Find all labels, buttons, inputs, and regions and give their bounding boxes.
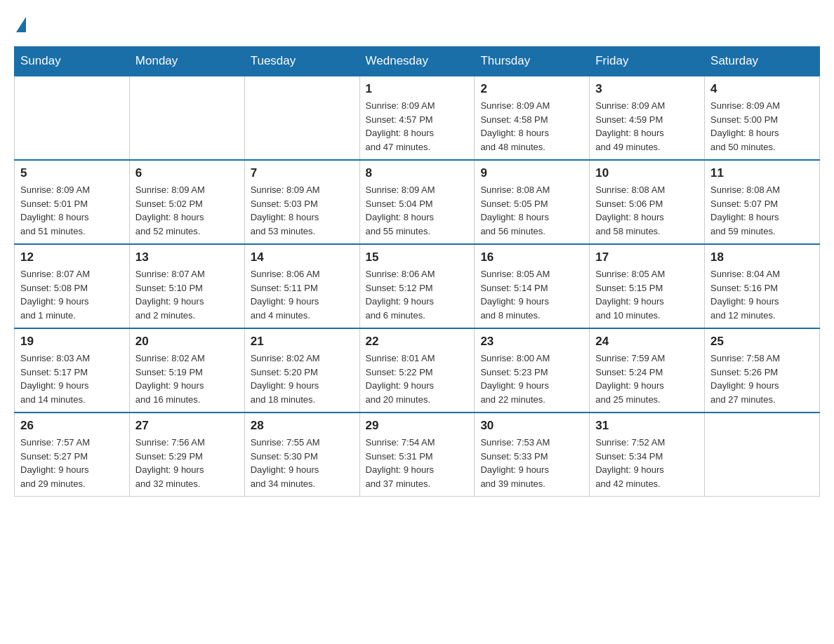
day-info: Sunrise: 8:00 AMSunset: 5:23 PMDaylight:… xyxy=(480,351,583,406)
weekday-header-row: SundayMondayTuesdayWednesdayThursdayFrid… xyxy=(15,47,820,76)
day-info: Sunrise: 7:55 AMSunset: 5:30 PMDaylight:… xyxy=(251,436,354,490)
calendar-cell: 23Sunrise: 8:00 AMSunset: 5:23 PMDayligh… xyxy=(475,328,590,412)
calendar-cell xyxy=(244,76,359,160)
day-info: Sunrise: 8:02 AMSunset: 5:19 PMDaylight:… xyxy=(135,351,239,406)
day-info: Sunrise: 8:06 AMSunset: 5:12 PMDaylight:… xyxy=(366,267,469,322)
calendar-cell: 16Sunrise: 8:05 AMSunset: 5:14 PMDayligh… xyxy=(475,244,590,328)
day-info: Sunrise: 8:09 AMSunset: 5:00 PMDaylight:… xyxy=(710,99,814,154)
day-number: 17 xyxy=(595,250,699,264)
day-number: 6 xyxy=(135,166,239,180)
week-row-3: 12Sunrise: 8:07 AMSunset: 5:08 PMDayligh… xyxy=(15,244,820,328)
day-info: Sunrise: 8:02 AMSunset: 5:20 PMDaylight:… xyxy=(251,351,354,406)
calendar-cell: 29Sunrise: 7:54 AMSunset: 5:31 PMDayligh… xyxy=(359,412,475,497)
day-number: 31 xyxy=(595,419,699,433)
day-info: Sunrise: 8:05 AMSunset: 5:15 PMDaylight:… xyxy=(595,267,699,322)
day-info: Sunrise: 8:01 AMSunset: 5:22 PMDaylight:… xyxy=(366,351,469,406)
weekday-header-wednesday: Wednesday xyxy=(359,47,475,76)
day-number: 28 xyxy=(251,419,354,433)
day-number: 27 xyxy=(135,419,239,433)
week-row-1: 1Sunrise: 8:09 AMSunset: 4:57 PMDaylight… xyxy=(15,76,820,160)
day-info: Sunrise: 8:09 AMSunset: 5:03 PMDaylight:… xyxy=(251,183,354,238)
calendar-cell xyxy=(705,412,820,497)
day-number: 30 xyxy=(480,419,583,433)
day-info: Sunrise: 7:56 AMSunset: 5:29 PMDaylight:… xyxy=(135,436,239,490)
weekday-header-saturday: Saturday xyxy=(705,47,820,76)
day-info: Sunrise: 7:58 AMSunset: 5:26 PMDaylight:… xyxy=(710,351,814,406)
calendar-cell: 4Sunrise: 8:09 AMSunset: 5:00 PMDaylight… xyxy=(705,76,820,160)
day-info: Sunrise: 8:09 AMSunset: 4:57 PMDaylight:… xyxy=(366,99,469,154)
day-info: Sunrise: 8:08 AMSunset: 5:05 PMDaylight:… xyxy=(480,183,583,238)
calendar-cell: 27Sunrise: 7:56 AMSunset: 5:29 PMDayligh… xyxy=(129,412,244,497)
logo xyxy=(14,14,26,32)
day-info: Sunrise: 7:57 AMSunset: 5:27 PMDaylight:… xyxy=(20,436,124,490)
calendar-cell: 19Sunrise: 8:03 AMSunset: 5:17 PMDayligh… xyxy=(15,328,130,412)
calendar-cell: 1Sunrise: 8:09 AMSunset: 4:57 PMDaylight… xyxy=(359,76,475,160)
day-number: 4 xyxy=(710,82,814,96)
calendar-cell: 21Sunrise: 8:02 AMSunset: 5:20 PMDayligh… xyxy=(244,328,359,412)
day-number: 2 xyxy=(480,82,583,96)
calendar-cell: 17Sunrise: 8:05 AMSunset: 5:15 PMDayligh… xyxy=(590,244,705,328)
calendar-cell: 5Sunrise: 8:09 AMSunset: 5:01 PMDaylight… xyxy=(15,160,130,244)
day-info: Sunrise: 8:09 AMSunset: 5:02 PMDaylight:… xyxy=(135,183,239,238)
calendar-cell: 14Sunrise: 8:06 AMSunset: 5:11 PMDayligh… xyxy=(244,244,359,328)
day-number: 11 xyxy=(710,166,814,180)
day-number: 20 xyxy=(135,335,239,349)
day-number: 13 xyxy=(135,250,239,264)
day-number: 14 xyxy=(251,250,354,264)
day-number: 24 xyxy=(595,335,699,349)
day-info: Sunrise: 8:08 AMSunset: 5:07 PMDaylight:… xyxy=(710,183,814,238)
day-info: Sunrise: 8:05 AMSunset: 5:14 PMDaylight:… xyxy=(480,267,583,322)
calendar-cell: 6Sunrise: 8:09 AMSunset: 5:02 PMDaylight… xyxy=(129,160,244,244)
day-number: 15 xyxy=(366,250,469,264)
day-number: 25 xyxy=(710,335,814,349)
weekday-header-friday: Friday xyxy=(590,47,705,76)
weekday-header-monday: Monday xyxy=(129,47,244,76)
calendar-cell xyxy=(129,76,244,160)
calendar-cell: 31Sunrise: 7:52 AMSunset: 5:34 PMDayligh… xyxy=(590,412,705,497)
day-info: Sunrise: 8:08 AMSunset: 5:06 PMDaylight:… xyxy=(595,183,699,238)
week-row-4: 19Sunrise: 8:03 AMSunset: 5:17 PMDayligh… xyxy=(15,328,820,412)
page-header xyxy=(14,14,820,32)
calendar-cell: 12Sunrise: 8:07 AMSunset: 5:08 PMDayligh… xyxy=(15,244,130,328)
day-info: Sunrise: 8:03 AMSunset: 5:17 PMDaylight:… xyxy=(20,351,124,406)
weekday-header-sunday: Sunday xyxy=(15,47,130,76)
day-number: 29 xyxy=(366,419,469,433)
day-info: Sunrise: 7:59 AMSunset: 5:24 PMDaylight:… xyxy=(595,351,699,406)
calendar-table: SundayMondayTuesdayWednesdayThursdayFrid… xyxy=(14,46,820,497)
day-info: Sunrise: 8:09 AMSunset: 5:04 PMDaylight:… xyxy=(366,183,469,238)
logo-triangle-icon xyxy=(16,17,26,32)
day-info: Sunrise: 8:06 AMSunset: 5:11 PMDaylight:… xyxy=(251,267,354,322)
day-number: 21 xyxy=(251,335,354,349)
day-number: 18 xyxy=(710,250,814,264)
day-number: 3 xyxy=(595,82,699,96)
day-info: Sunrise: 8:09 AMSunset: 5:01 PMDaylight:… xyxy=(20,183,124,238)
calendar-cell: 24Sunrise: 7:59 AMSunset: 5:24 PMDayligh… xyxy=(590,328,705,412)
day-number: 5 xyxy=(20,166,124,180)
calendar-cell: 25Sunrise: 7:58 AMSunset: 5:26 PMDayligh… xyxy=(705,328,820,412)
calendar-cell: 22Sunrise: 8:01 AMSunset: 5:22 PMDayligh… xyxy=(359,328,475,412)
calendar-cell: 20Sunrise: 8:02 AMSunset: 5:19 PMDayligh… xyxy=(129,328,244,412)
day-info: Sunrise: 7:53 AMSunset: 5:33 PMDaylight:… xyxy=(480,436,583,490)
calendar-cell: 3Sunrise: 8:09 AMSunset: 4:59 PMDaylight… xyxy=(590,76,705,160)
calendar-cell: 30Sunrise: 7:53 AMSunset: 5:33 PMDayligh… xyxy=(475,412,590,497)
calendar-cell: 11Sunrise: 8:08 AMSunset: 5:07 PMDayligh… xyxy=(705,160,820,244)
day-number: 7 xyxy=(251,166,354,180)
week-row-5: 26Sunrise: 7:57 AMSunset: 5:27 PMDayligh… xyxy=(15,412,820,497)
weekday-header-thursday: Thursday xyxy=(475,47,590,76)
day-number: 9 xyxy=(480,166,583,180)
day-number: 22 xyxy=(366,335,469,349)
calendar-cell: 2Sunrise: 8:09 AMSunset: 4:58 PMDaylight… xyxy=(475,76,590,160)
calendar-cell xyxy=(15,76,130,160)
day-number: 26 xyxy=(20,419,124,433)
day-info: Sunrise: 7:52 AMSunset: 5:34 PMDaylight:… xyxy=(595,436,699,490)
calendar-cell: 26Sunrise: 7:57 AMSunset: 5:27 PMDayligh… xyxy=(15,412,130,497)
day-info: Sunrise: 8:04 AMSunset: 5:16 PMDaylight:… xyxy=(710,267,814,322)
calendar-cell: 8Sunrise: 8:09 AMSunset: 5:04 PMDaylight… xyxy=(359,160,475,244)
calendar-cell: 18Sunrise: 8:04 AMSunset: 5:16 PMDayligh… xyxy=(705,244,820,328)
day-number: 19 xyxy=(20,335,124,349)
day-number: 16 xyxy=(480,250,583,264)
day-info: Sunrise: 8:07 AMSunset: 5:08 PMDaylight:… xyxy=(20,267,124,322)
day-number: 23 xyxy=(480,335,583,349)
calendar-cell: 15Sunrise: 8:06 AMSunset: 5:12 PMDayligh… xyxy=(359,244,475,328)
day-info: Sunrise: 7:54 AMSunset: 5:31 PMDaylight:… xyxy=(366,436,469,490)
